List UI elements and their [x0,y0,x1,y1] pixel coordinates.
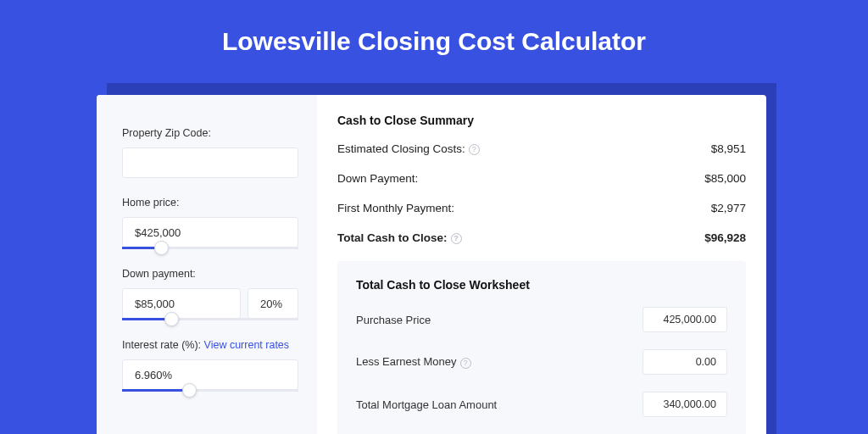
page-title: Lowesville Closing Cost Calculator [0,0,868,73]
down-payment-slider-thumb[interactable] [164,312,179,326]
worksheet-row: Total Mortgage Loan Amount340,000.00 [356,392,727,417]
help-icon[interactable]: ? [460,358,471,369]
summary-row: Total Cash to Close:?$96,928 [337,231,746,244]
summary-row-value: $85,000 [704,172,746,185]
summary-row-label: Down Payment: [337,172,418,185]
summary-row-label: First Monthly Payment: [337,202,454,214]
field-zip: Property Zip Code: [122,127,298,178]
home-price-label: Home price: [122,197,298,209]
worksheet-row: Less Earnest Money?0.00 [356,349,727,375]
view-rates-link[interactable]: View current rates [204,339,290,351]
worksheet-row-value[interactable]: 425,000.00 [643,307,727,332]
field-home-price: Home price: $425,000 [122,197,298,249]
worksheet-row-label: Less Earnest Money? [356,355,471,368]
summary-row-value: $8,951 [711,142,746,155]
interest-slider-fill [122,389,189,392]
zip-input[interactable] [122,147,298,178]
summary-row-value: $96,928 [704,231,746,244]
worksheet-row-label: Total Mortgage Loan Amount [356,398,497,411]
zip-label: Property Zip Code: [122,127,298,139]
interest-label-text: Interest rate (%): [122,339,204,351]
worksheet-row: Purchase Price425,000.00 [356,307,727,332]
calculator-card: Property Zip Code: Home price: $425,000 … [97,95,766,434]
summary-heading: Cash to Close Summary [337,114,746,127]
worksheet-heading: Total Cash to Close Worksheet [356,278,727,292]
worksheet-row-value[interactable]: 0.00 [643,349,727,375]
field-interest-rate: Interest rate (%): View current rates 6.… [122,339,298,392]
help-icon[interactable]: ? [451,233,462,244]
interest-slider[interactable] [122,389,298,392]
summary-row-label: Total Cash to Close:? [337,231,462,244]
interest-slider-thumb[interactable] [182,383,197,398]
worksheet-panel: Total Cash to Close Worksheet Purchase P… [337,261,746,434]
home-price-slider[interactable] [122,247,298,249]
worksheet-list: Purchase Price425,000.00Less Earnest Mon… [356,307,727,434]
down-payment-slider[interactable] [122,318,298,320]
worksheet-row-label: Purchase Price [356,314,431,326]
down-payment-label: Down payment: [122,268,298,280]
summary-row-label: Estimated Closing Costs:? [337,142,480,155]
summary-list: Estimated Closing Costs:?$8,951Down Paym… [337,142,746,244]
summary-row: Down Payment:$85,000 [337,172,746,185]
down-payment-input[interactable]: $85,000 [122,288,241,319]
summary-row: Estimated Closing Costs:?$8,951 [337,142,746,155]
help-icon[interactable]: ? [469,144,480,155]
home-price-slider-thumb[interactable] [154,241,169,255]
interest-label: Interest rate (%): View current rates [122,339,298,351]
summary-row-value: $2,977 [711,202,746,214]
field-down-payment: Down payment: $85,000 20% [122,268,298,320]
summary-row: First Monthly Payment:$2,977 [337,202,746,214]
results-column: Cash to Close Summary Estimated Closing … [317,95,766,434]
inputs-column: Property Zip Code: Home price: $425,000 … [97,95,317,434]
home-price-input[interactable]: $425,000 [122,217,298,248]
worksheet-row-value[interactable]: 340,000.00 [643,392,727,417]
down-payment-pct-input[interactable]: 20% [248,288,298,319]
interest-input[interactable]: 6.960% [122,359,298,390]
